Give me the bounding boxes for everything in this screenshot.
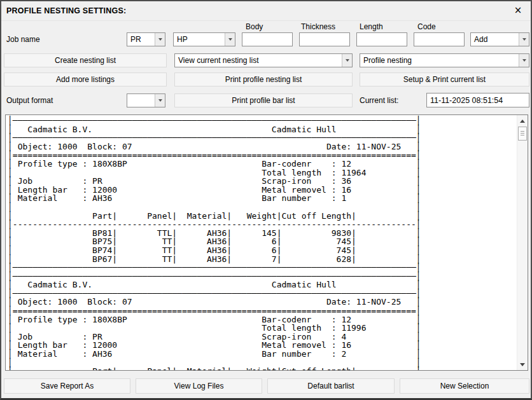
scroll-up-icon[interactable] bbox=[517, 116, 528, 126]
current-list-label: Current list: bbox=[360, 96, 398, 105]
thickness-field[interactable] bbox=[299, 32, 350, 46]
profile-combo-value: HP bbox=[177, 35, 188, 44]
body-field[interactable] bbox=[242, 32, 293, 46]
job-name-label: Job name bbox=[6, 35, 40, 44]
add-more-listings-button[interactable]: Add more listings bbox=[4, 72, 167, 86]
report-text: │───────────────────────────────────────… bbox=[8, 116, 421, 371]
chevron-down-icon[interactable] bbox=[342, 54, 352, 67]
scrollbar-thumb[interactable] bbox=[518, 127, 527, 141]
nesting-type-combo[interactable]: Profile nesting bbox=[360, 53, 529, 67]
scroll-down-icon[interactable] bbox=[517, 359, 528, 369]
length-field[interactable] bbox=[356, 32, 407, 46]
code-field[interactable] bbox=[414, 32, 465, 46]
save-report-as-button[interactable]: Save Report As bbox=[4, 378, 130, 394]
chevron-down-icon[interactable] bbox=[225, 33, 235, 46]
thickness-label: Thickness bbox=[301, 22, 335, 31]
job-combo-value: PR bbox=[130, 35, 141, 44]
output-format-combo[interactable] bbox=[127, 93, 165, 107]
view-log-files-button[interactable]: View Log Files bbox=[136, 378, 262, 394]
job-combo[interactable]: PR bbox=[127, 32, 165, 46]
setup-print-current-list-button[interactable]: Setup & Print current list bbox=[360, 72, 529, 86]
length-label: Length bbox=[360, 22, 383, 31]
close-icon[interactable]: × bbox=[512, 4, 524, 17]
add-combo[interactable]: Add bbox=[470, 32, 529, 46]
create-nesting-list-button[interactable]: Create nesting list bbox=[4, 53, 167, 67]
code-label: Code bbox=[417, 22, 436, 31]
chevron-down-icon[interactable] bbox=[519, 54, 529, 67]
chevron-down-icon[interactable] bbox=[155, 33, 165, 46]
chevron-down-icon[interactable] bbox=[519, 33, 529, 46]
profile-nesting-settings-dialog: PROFILE NESTING SETTINGS: × Body Thickne… bbox=[0, 0, 532, 400]
new-selection-button[interactable]: New Selection bbox=[400, 378, 529, 394]
report-scrollbar[interactable] bbox=[517, 115, 528, 370]
chevron-down-icon[interactable] bbox=[155, 94, 165, 107]
current-list-field[interactable] bbox=[426, 93, 529, 107]
print-profile-bar-list-button[interactable]: Print profile bar list bbox=[174, 93, 353, 107]
output-format-label: Output format bbox=[6, 96, 53, 105]
view-combo-value: View current nesting list bbox=[178, 56, 259, 65]
profile-combo[interactable]: HP bbox=[173, 32, 235, 46]
dialog-title: PROFILE NESTING SETTINGS: bbox=[6, 6, 126, 15]
titlebar-divider bbox=[1, 20, 531, 21]
print-profile-nesting-list-button[interactable]: Print profile nesting list bbox=[174, 72, 353, 86]
view-current-nesting-list-combo[interactable]: View current nesting list bbox=[174, 53, 353, 67]
report-view: │───────────────────────────────────────… bbox=[5, 114, 528, 371]
nesting-type-combo-value: Profile nesting bbox=[363, 56, 412, 65]
add-combo-value: Add bbox=[474, 35, 487, 44]
body-label: Body bbox=[246, 22, 263, 31]
default-barlist-button[interactable]: Default barlist bbox=[267, 378, 395, 394]
